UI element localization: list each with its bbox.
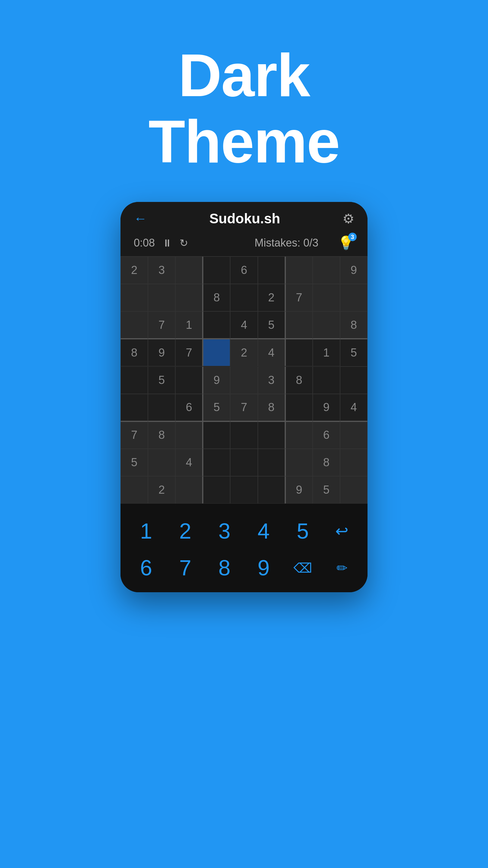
sudoku-cell[interactable]	[340, 421, 367, 449]
sudoku-cell[interactable]	[313, 256, 340, 284]
sudoku-cell[interactable]: 8	[313, 449, 340, 476]
sudoku-cell[interactable]	[340, 284, 367, 311]
sudoku-cell[interactable]: 2	[230, 339, 258, 366]
sudoku-cell[interactable]	[203, 449, 230, 476]
sudoku-cell[interactable]: 7	[230, 394, 258, 421]
sudoku-cell[interactable]	[121, 284, 148, 311]
settings-icon[interactable]: ⚙	[343, 211, 354, 226]
sudoku-cell[interactable]	[313, 284, 340, 311]
sudoku-cell[interactable]: 1	[313, 339, 340, 366]
sudoku-cell[interactable]: 1	[175, 311, 203, 339]
sudoku-cell[interactable]: 9	[203, 367, 230, 394]
sudoku-cell[interactable]: 2	[148, 476, 175, 504]
sudoku-cell[interactable]: 4	[258, 339, 285, 366]
sudoku-cell[interactable]	[258, 476, 285, 504]
sudoku-cell[interactable]: 4	[340, 394, 367, 421]
num-button-9[interactable]: 9	[244, 550, 283, 586]
num-button-6[interactable]: 6	[127, 550, 166, 586]
sudoku-cell[interactable]: 2	[121, 256, 148, 284]
sudoku-cell[interactable]	[121, 394, 148, 421]
erase-button[interactable]: ⌫	[283, 550, 322, 586]
sudoku-cell[interactable]	[230, 476, 258, 504]
sudoku-cell[interactable]: 8	[258, 394, 285, 421]
undo-button[interactable]: ↩	[322, 513, 361, 550]
num-button-8[interactable]: 8	[205, 550, 244, 586]
sudoku-cell[interactable]	[121, 476, 148, 504]
sudoku-cell[interactable]	[340, 367, 367, 394]
sudoku-cell[interactable]	[148, 394, 175, 421]
sudoku-cell[interactable]	[175, 284, 203, 311]
sudoku-cell[interactable]: 5	[313, 476, 340, 504]
sudoku-cell[interactable]	[203, 476, 230, 504]
sudoku-cell[interactable]: 5	[148, 367, 175, 394]
sudoku-cell[interactable]	[285, 449, 313, 476]
sudoku-cell[interactable]: 8	[148, 421, 175, 449]
sudoku-cell[interactable]	[148, 284, 175, 311]
sudoku-cell[interactable]	[230, 367, 258, 394]
sudoku-cell[interactable]	[121, 367, 148, 394]
sudoku-cell[interactable]	[203, 339, 230, 366]
sudoku-cell[interactable]: 7	[148, 311, 175, 339]
sudoku-cell[interactable]: 3	[258, 367, 285, 394]
sudoku-cell[interactable]: 9	[340, 256, 367, 284]
sudoku-cell[interactable]: 9	[285, 476, 313, 504]
pause-button[interactable]: ⏸	[162, 237, 172, 249]
sudoku-cell[interactable]: 6	[230, 256, 258, 284]
sudoku-cell[interactable]: 8	[340, 311, 367, 339]
sudoku-grid[interactable]: 23698277145889724155938657894786548295	[121, 256, 367, 504]
sudoku-cell[interactable]: 5	[258, 311, 285, 339]
sudoku-cell[interactable]: 8	[203, 284, 230, 311]
sudoku-cell[interactable]: 8	[285, 367, 313, 394]
sudoku-cell[interactable]	[258, 449, 285, 476]
sudoku-cell[interactable]	[313, 311, 340, 339]
sudoku-cell[interactable]: 5	[203, 394, 230, 421]
sudoku-cell[interactable]	[285, 256, 313, 284]
num-button-2[interactable]: 2	[166, 513, 205, 550]
sudoku-cell[interactable]	[230, 449, 258, 476]
sudoku-cell[interactable]: 3	[148, 256, 175, 284]
sudoku-cell[interactable]	[230, 284, 258, 311]
sudoku-cell[interactable]	[121, 311, 148, 339]
sudoku-cell[interactable]	[175, 421, 203, 449]
num-button-1[interactable]: 1	[127, 513, 166, 550]
sudoku-cell[interactable]	[313, 367, 340, 394]
sudoku-cell[interactable]: 4	[230, 311, 258, 339]
sudoku-cell[interactable]: 4	[175, 449, 203, 476]
back-button[interactable]: ←	[134, 211, 147, 226]
sudoku-cell[interactable]	[258, 421, 285, 449]
sudoku-cell[interactable]: 2	[258, 284, 285, 311]
sudoku-cell[interactable]: 9	[148, 339, 175, 366]
mistakes-display: Mistakes: 0/3	[255, 237, 318, 249]
sudoku-cell[interactable]	[203, 421, 230, 449]
num-button-4[interactable]: 4	[244, 513, 283, 550]
sudoku-cell[interactable]	[285, 339, 313, 366]
num-button-3[interactable]: 3	[205, 513, 244, 550]
sudoku-cell[interactable]: 5	[340, 339, 367, 366]
sudoku-cell[interactable]: 7	[285, 284, 313, 311]
sudoku-cell[interactable]: 5	[121, 449, 148, 476]
sudoku-cell[interactable]	[258, 256, 285, 284]
sudoku-cell[interactable]: 6	[175, 394, 203, 421]
sudoku-cell[interactable]: 6	[313, 421, 340, 449]
sudoku-cell[interactable]: 7	[175, 339, 203, 366]
sudoku-cell[interactable]	[340, 449, 367, 476]
sudoku-cell[interactable]	[203, 311, 230, 339]
sudoku-cell[interactable]	[175, 367, 203, 394]
sudoku-cell[interactable]	[285, 421, 313, 449]
sudoku-cell[interactable]	[340, 476, 367, 504]
sudoku-cell[interactable]	[148, 449, 175, 476]
pencil-button[interactable]: ✏	[322, 550, 361, 586]
sudoku-cell[interactable]: 7	[121, 421, 148, 449]
sudoku-cell[interactable]	[230, 421, 258, 449]
sudoku-cell[interactable]: 8	[121, 339, 148, 366]
sudoku-cell[interactable]	[175, 256, 203, 284]
sudoku-cell[interactable]	[285, 394, 313, 421]
sudoku-cell[interactable]: 9	[313, 394, 340, 421]
sudoku-cell[interactable]	[285, 311, 313, 339]
refresh-button[interactable]: ↻	[180, 237, 188, 249]
sudoku-cell[interactable]	[175, 476, 203, 504]
num-button-7[interactable]: 7	[166, 550, 205, 586]
sudoku-cell[interactable]	[203, 256, 230, 284]
num-button-5[interactable]: 5	[283, 513, 322, 550]
hint-button[interactable]: 💡 3	[338, 235, 354, 251]
